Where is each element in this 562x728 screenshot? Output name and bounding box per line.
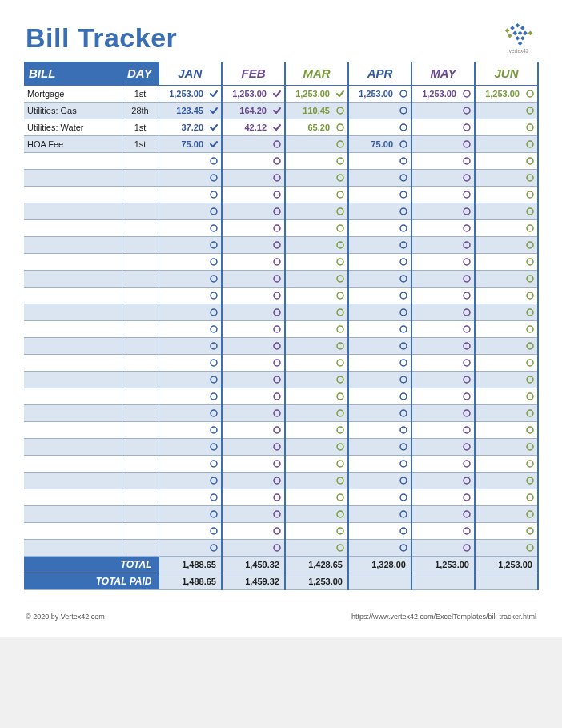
month-cell[interactable] (348, 540, 411, 557)
table-row[interactable] (24, 489, 538, 506)
month-cell[interactable] (475, 540, 538, 557)
paid-marker[interactable] (461, 543, 472, 553)
paid-marker[interactable] (208, 425, 219, 435)
day-cell[interactable] (122, 506, 159, 523)
paid-marker[interactable] (524, 89, 536, 99)
month-cell[interactable] (159, 170, 222, 187)
paid-marker[interactable] (271, 358, 283, 368)
bill-name-cell[interactable] (24, 288, 122, 304)
paid-marker[interactable] (461, 173, 472, 183)
paid-marker[interactable] (271, 408, 283, 418)
month-cell[interactable] (159, 338, 222, 355)
month-cell[interactable] (348, 338, 411, 355)
paid-marker[interactable] (461, 425, 472, 435)
paid-marker[interactable] (271, 274, 283, 284)
paid-marker[interactable] (335, 543, 346, 553)
month-cell[interactable] (348, 523, 411, 540)
paid-marker[interactable] (271, 392, 283, 401)
paid-marker[interactable] (524, 106, 536, 115)
paid-marker[interactable] (335, 459, 346, 469)
paid-marker[interactable] (271, 375, 283, 384)
table-row[interactable] (24, 506, 538, 523)
month-cell[interactable] (475, 271, 538, 288)
month-cell[interactable] (222, 355, 285, 372)
paid-marker[interactable] (271, 526, 283, 536)
paid-marker[interactable] (335, 291, 346, 300)
paid-marker[interactable] (524, 408, 536, 418)
paid-marker[interactable] (335, 408, 346, 418)
month-cell[interactable] (348, 506, 411, 523)
paid-marker[interactable] (461, 358, 472, 368)
table-row[interactable] (24, 170, 538, 187)
paid-marker[interactable] (208, 207, 219, 216)
paid-marker[interactable] (398, 392, 409, 401)
paid-marker[interactable] (271, 425, 283, 435)
day-cell[interactable] (122, 473, 159, 489)
month-cell[interactable] (159, 422, 222, 439)
day-cell[interactable] (122, 439, 159, 456)
month-cell[interactable] (348, 473, 411, 489)
paid-marker[interactable] (271, 476, 283, 485)
month-cell[interactable] (348, 203, 411, 220)
bill-name-cell[interactable] (24, 523, 122, 540)
paid-marker[interactable] (398, 291, 409, 300)
table-row[interactable] (24, 456, 538, 473)
paid-marker[interactable] (208, 476, 219, 485)
table-row[interactable] (24, 523, 538, 540)
month-cell[interactable] (159, 523, 222, 540)
month-cell[interactable]: 110.45 (285, 103, 348, 119)
paid-marker[interactable] (524, 358, 536, 368)
month-cell[interactable] (285, 540, 348, 557)
month-cell[interactable] (159, 271, 222, 288)
paid-marker[interactable] (271, 139, 283, 149)
paid-marker[interactable] (335, 358, 346, 368)
paid-marker[interactable] (208, 408, 219, 418)
paid-marker[interactable] (461, 509, 472, 519)
paid-marker[interactable] (524, 257, 536, 267)
paid-marker[interactable] (208, 459, 219, 469)
bill-name-cell[interactable]: Mortgage (24, 86, 122, 103)
month-cell[interactable] (285, 153, 348, 170)
month-cell[interactable] (411, 304, 475, 321)
paid-marker[interactable] (398, 106, 409, 115)
month-cell[interactable] (475, 119, 538, 136)
month-cell[interactable] (411, 254, 475, 271)
paid-marker[interactable] (461, 274, 472, 284)
month-cell[interactable] (475, 489, 538, 506)
paid-marker[interactable] (398, 543, 409, 553)
month-cell[interactable] (159, 304, 222, 321)
month-cell[interactable] (222, 388, 285, 405)
table-row[interactable] (24, 304, 538, 321)
day-cell[interactable] (122, 338, 159, 355)
paid-marker[interactable] (271, 493, 283, 502)
table-row[interactable] (24, 237, 538, 254)
month-cell[interactable] (285, 237, 348, 254)
month-cell[interactable] (222, 321, 285, 338)
month-cell[interactable] (348, 321, 411, 338)
month-cell[interactable]: 75.00 (159, 136, 222, 153)
day-cell[interactable] (122, 304, 159, 321)
paid-marker[interactable] (335, 156, 346, 166)
paid-marker[interactable] (335, 106, 346, 115)
paid-marker[interactable] (398, 493, 409, 502)
paid-marker[interactable] (461, 223, 472, 233)
month-cell[interactable] (348, 271, 411, 288)
paid-marker[interactable] (208, 543, 219, 553)
paid-marker[interactable] (398, 324, 409, 334)
month-cell[interactable] (411, 540, 475, 557)
month-cell[interactable]: 1,253.00 (285, 86, 348, 103)
paid-marker[interactable] (271, 291, 283, 300)
month-cell[interactable] (222, 506, 285, 523)
month-cell[interactable] (411, 103, 475, 119)
paid-marker[interactable] (335, 207, 346, 216)
paid-marker[interactable] (271, 223, 283, 233)
paid-marker[interactable] (524, 392, 536, 401)
paid-marker[interactable] (398, 425, 409, 435)
month-cell[interactable] (222, 254, 285, 271)
table-row[interactable] (24, 422, 538, 439)
month-cell[interactable] (475, 355, 538, 372)
bill-name-cell[interactable] (24, 321, 122, 338)
paid-marker[interactable] (398, 123, 409, 132)
paid-marker[interactable] (271, 341, 283, 351)
bill-name-cell[interactable] (24, 170, 122, 187)
